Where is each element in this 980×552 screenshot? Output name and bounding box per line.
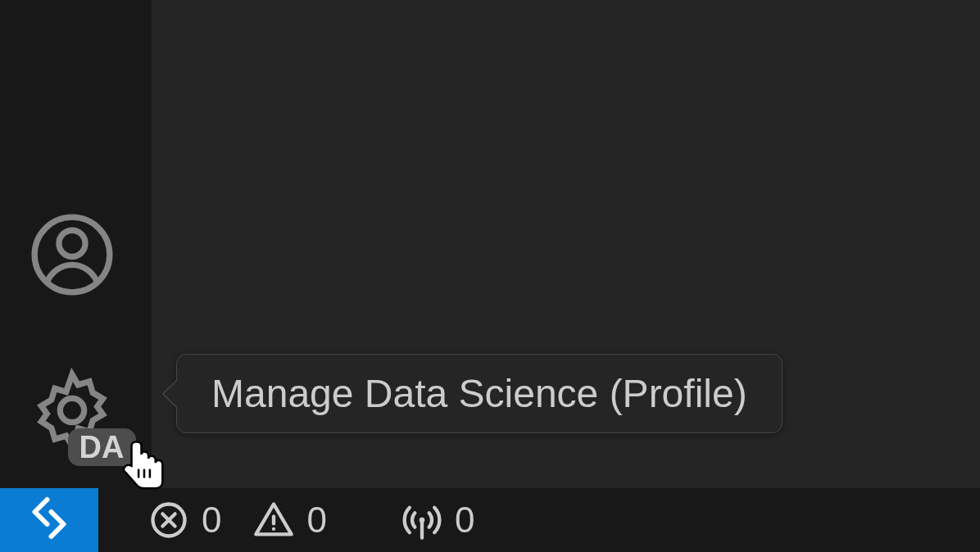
errors-count: 0	[202, 500, 221, 541]
warnings-status[interactable]: 0	[252, 499, 326, 541]
accounts-button[interactable]	[23, 206, 121, 304]
activity-bar: DA	[0, 0, 143, 488]
remote-icon	[25, 495, 74, 545]
manage-button[interactable]: DA	[23, 361, 121, 459]
remote-window-button[interactable]	[0, 488, 98, 552]
ports-status[interactable]: 0	[401, 499, 474, 541]
error-icon	[147, 499, 190, 541]
manage-tooltip: Manage Data Science (Profile)	[176, 354, 783, 433]
side-gap	[143, 0, 152, 488]
radio-tower-icon	[401, 499, 443, 541]
account-icon	[27, 210, 117, 300]
svg-point-4	[272, 527, 275, 531]
svg-point-2	[60, 398, 84, 422]
status-bar: 0 0 0	[0, 488, 980, 552]
warnings-count: 0	[306, 500, 326, 541]
svg-point-1	[58, 230, 84, 256]
warning-icon	[252, 499, 295, 541]
errors-status[interactable]: 0	[147, 499, 221, 541]
ports-count: 0	[455, 500, 474, 541]
profile-badge: DA	[68, 428, 136, 466]
